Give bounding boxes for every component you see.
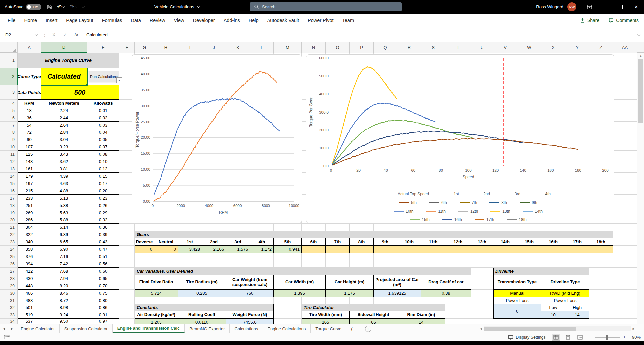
kilowatts-cell[interactable]: 0.10 <box>87 158 119 165</box>
newton-meters-cell[interactable]: 4.39 <box>41 173 87 180</box>
newton-meters-cell[interactable]: 5.88 <box>41 216 87 224</box>
kilowatts-cell[interactable]: 0.08 <box>87 151 119 158</box>
zoom-out-button[interactable]: − <box>590 335 593 340</box>
car-var-value-final-drive-ratio[interactable]: 5.714 <box>135 290 178 297</box>
scroll-left-arrow[interactable]: ◀ <box>478 327 484 330</box>
gear-value-2nd[interactable]: 2.166 <box>202 246 226 253</box>
transmission-type-header[interactable]: Transmission Type <box>493 275 541 290</box>
column-header-L[interactable]: L <box>250 42 274 53</box>
kilowatts-cell[interactable]: 0.03 <box>87 122 119 129</box>
torque-header-rpm[interactable]: RPM <box>18 100 41 107</box>
kilowatts-cell[interactable]: 0.17 <box>87 180 119 187</box>
kilowatts-cell[interactable]: 0.02 <box>87 114 119 122</box>
row-header-29[interactable]: 29 <box>0 282 18 290</box>
newton-meters-cell[interactable]: 8.20 <box>41 282 87 290</box>
rpm-cell[interactable]: 483 <box>18 297 41 304</box>
rpm-cell[interactable]: 412 <box>18 268 41 275</box>
newton-meters-cell[interactable]: 5.13 <box>41 195 87 202</box>
newton-meters-cell[interactable]: 6.90 <box>41 246 87 253</box>
horizontal-scrollbar-track[interactable] <box>484 326 631 331</box>
column-header-H[interactable]: H <box>154 42 178 53</box>
run-calculations-dropdown-icon[interactable]: ▾ <box>116 77 122 83</box>
normal-view-button[interactable] <box>552 334 560 341</box>
row-header-20[interactable]: 20 <box>0 216 18 224</box>
column-header-J[interactable]: J <box>202 42 226 53</box>
kilowatts-cell[interactable]: 0.47 <box>87 246 119 253</box>
gear-header-7th[interactable]: 7th <box>326 238 350 246</box>
car-var-value-drag-coeff-of-car[interactable]: 0.38 <box>421 290 471 297</box>
avatar[interactable]: RW <box>567 2 576 11</box>
gear-value-4th[interactable]: 1.172 <box>250 246 274 253</box>
newton-meters-cell[interactable]: 9.24 <box>41 311 87 319</box>
column-header-E[interactable]: E <box>87 42 119 53</box>
gear-header-17th[interactable]: 17th <box>565 238 589 246</box>
minimize-button[interactable]: — <box>597 0 613 14</box>
gear-value-10th[interactable] <box>397 246 421 253</box>
rpm-cell[interactable]: 143 <box>18 158 41 165</box>
newton-meters-cell[interactable]: 3.81 <box>41 165 87 173</box>
row-header-23[interactable]: 23 <box>0 238 18 246</box>
insert-function-icon[interactable]: fx <box>71 32 82 37</box>
kilowatts-cell[interactable]: 0.43 <box>87 238 119 246</box>
column-header-W[interactable]: W <box>517 42 541 53</box>
kilowatts-cell[interactable]: 0.07 <box>87 143 119 151</box>
high-value[interactable]: 14 <box>565 311 589 319</box>
newton-meters-cell[interactable]: 2.24 <box>41 107 87 114</box>
vertical-scrollbar[interactable]: ▲ <box>637 53 644 324</box>
gear-value-14th[interactable] <box>493 246 517 253</box>
row-header-22[interactable]: 22 <box>0 231 18 238</box>
page-layout-view-button[interactable] <box>564 334 572 341</box>
row-header-3[interactable]: 3 <box>0 85 18 100</box>
constants-header-rolling-coeff[interactable]: Rolling Coeff <box>178 311 226 319</box>
row-header-16[interactable]: 16 <box>0 187 18 195</box>
column-header-D[interactable]: D <box>41 42 87 53</box>
ribbon-tab-insert[interactable]: Insert <box>41 14 62 27</box>
car-var-header-drag-coeff-of-car[interactable]: Drag Coeff of car <box>421 275 471 290</box>
vertical-scrollbar-thumb[interactable] <box>638 59 643 123</box>
rpm-cell[interactable]: 36 <box>18 114 41 122</box>
name-box[interactable]: D2 <box>0 29 41 40</box>
rpm-cell[interactable]: 269 <box>18 209 41 216</box>
row-header-2[interactable]: 2 <box>0 68 18 85</box>
gear-header-1st[interactable]: 1st <box>178 238 202 246</box>
newton-meters-cell[interactable]: 8.98 <box>41 304 87 311</box>
sheet-nav-left-icon[interactable]: ◀ <box>0 324 8 333</box>
newton-meters-cell[interactable]: 4.88 <box>41 187 87 195</box>
newton-meters-cell[interactable]: 2.44 <box>41 114 87 122</box>
ribbon-tab-power-pivot[interactable]: Power Pivot <box>303 14 338 27</box>
kilowatts-cell[interactable]: 0.32 <box>87 216 119 224</box>
row-header-24[interactable]: 24 <box>0 246 18 253</box>
kilowatts-cell[interactable]: 0.56 <box>87 260 119 268</box>
gear-value-18th[interactable] <box>589 246 613 253</box>
kilowatts-cell[interactable]: 0.75 <box>87 290 119 297</box>
column-header-A[interactable]: A <box>18 42 41 53</box>
column-header-R[interactable]: R <box>397 42 421 53</box>
gear-value-reverse[interactable]: 0 <box>135 246 154 253</box>
column-header-Q[interactable]: Q <box>374 42 397 53</box>
row-header-33[interactable]: 33 <box>0 311 18 319</box>
newton-meters-cell[interactable]: 2.64 <box>41 122 87 129</box>
rpm-cell[interactable]: 537 <box>18 319 41 324</box>
rpm-cell[interactable]: 376 <box>18 253 41 260</box>
rpm-cell[interactable]: 233 <box>18 195 41 202</box>
gear-value-11th[interactable] <box>421 246 445 253</box>
kilowatts-cell[interactable]: 0.29 <box>87 209 119 216</box>
kilowatts-cell[interactable]: 0.01 <box>87 107 119 114</box>
comments-button[interactable]: Comments <box>609 18 639 23</box>
horizontal-scrollbar-thumb[interactable] <box>484 327 576 331</box>
customize-toolbar-icon[interactable] <box>82 6 84 8</box>
data-points-cell[interactable]: 500 <box>41 85 119 100</box>
gear-value-8th[interactable] <box>350 246 374 253</box>
car-var-value-car-weight-from-suspension-calc[interactable]: 760 <box>226 290 274 297</box>
rpm-cell[interactable]: 161 <box>18 165 41 173</box>
row-header-27[interactable]: 27 <box>0 268 18 275</box>
save-icon[interactable] <box>47 4 52 10</box>
newton-meters-cell[interactable]: 7.16 <box>41 253 87 260</box>
ribbon-tab-data[interactable]: Data <box>126 14 145 27</box>
column-header-S[interactable]: S <box>421 42 445 53</box>
row-header-19[interactable]: 19 <box>0 209 18 216</box>
newton-meters-cell[interactable]: 8.46 <box>41 290 87 297</box>
car-var-header-tire-radius-m[interactable]: Tire Radius (m) <box>178 275 226 290</box>
ribbon-tab-formulas[interactable]: Formulas <box>98 14 126 27</box>
car-var-value-projected-area-of-car-m[interactable]: 1.639125 <box>374 290 421 297</box>
